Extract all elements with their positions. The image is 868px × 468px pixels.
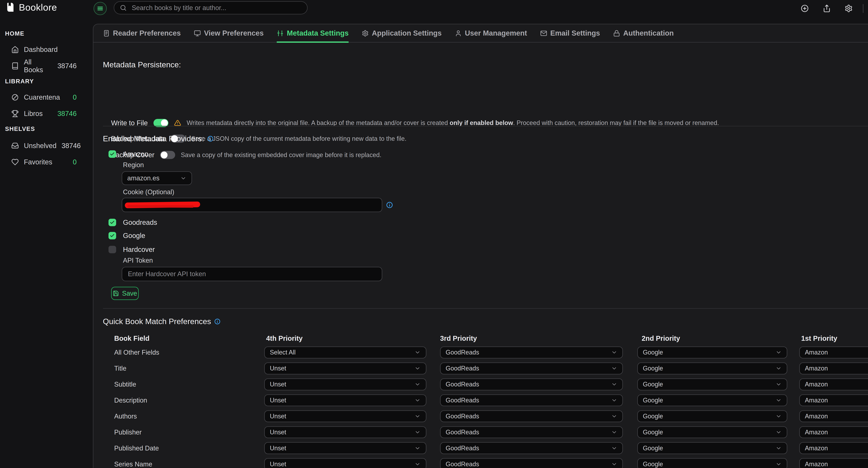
sidebar-item-cuarentena[interactable]: Cuarentena 0 xyxy=(0,93,93,102)
upload-button[interactable] xyxy=(823,4,831,12)
table-row: Published Date Unset GoodReads Google Am… xyxy=(93,442,868,454)
priority3-select[interactable]: GoodReads xyxy=(440,395,623,406)
priority1-select[interactable]: Amazon xyxy=(799,410,868,423)
cookie-field-wrap xyxy=(122,198,382,212)
goodreads-checkbox[interactable] xyxy=(108,219,116,226)
search-input[interactable] xyxy=(130,3,302,12)
priority3-select[interactable]: GoodReads xyxy=(440,426,623,438)
priority2-select[interactable]: Google xyxy=(637,426,787,438)
priority3-select[interactable]: GoodReads xyxy=(440,442,623,454)
table-row: All Other Fields Select All GoodReads Go… xyxy=(93,346,868,358)
info-icon[interactable] xyxy=(207,135,214,142)
hardcover-checkbox[interactable] xyxy=(108,246,116,253)
priority2-select[interactable]: Google xyxy=(637,410,787,423)
info-icon[interactable] xyxy=(386,201,393,209)
column-header-book-field: Book Field xyxy=(114,335,150,342)
sidebar-item-dashboard[interactable]: Dashboard xyxy=(0,45,93,54)
priority1-select[interactable]: Amazon xyxy=(799,363,868,374)
tab-view-preferences[interactable]: View Preferences xyxy=(194,24,264,42)
sidebar-item-all-books[interactable]: All Books 38746 xyxy=(0,61,93,70)
chevron-down-icon xyxy=(611,349,617,355)
priority3-select[interactable]: GoodReads xyxy=(440,346,623,358)
book-icon xyxy=(11,62,19,70)
priority3-select[interactable]: GoodReads xyxy=(440,363,623,374)
search-bar xyxy=(114,1,308,14)
region-label: Region xyxy=(123,161,144,169)
sidebar: HOME Dashboard All Books 38746 LIBRARY C… xyxy=(0,17,93,468)
ban-icon xyxy=(11,94,19,101)
priority1-select[interactable]: Amazon xyxy=(799,395,868,406)
column-header-3rd-priority: 3rd Priority xyxy=(440,335,477,342)
priority4-select[interactable]: Unset xyxy=(264,395,426,406)
api-token-input[interactable] xyxy=(122,267,382,281)
top-bar: Booklore xyxy=(0,0,868,17)
count-badge: 38746 xyxy=(61,142,81,150)
region-select[interactable]: amazon.es xyxy=(122,171,192,185)
chevron-down-icon xyxy=(414,461,421,467)
priority2-select[interactable]: Google xyxy=(637,442,787,454)
column-header-2nd-priority: 2nd Priority xyxy=(642,335,680,342)
priority4-select[interactable]: Unset xyxy=(264,410,426,423)
write-to-file-description: Writes metadata directly into the origin… xyxy=(187,119,719,127)
tab-user-management[interactable]: User Management xyxy=(455,24,527,42)
add-book-button[interactable] xyxy=(801,4,809,12)
priority1-select[interactable]: Amazon xyxy=(799,426,868,438)
amazon-checkbox[interactable] xyxy=(108,150,116,158)
priority1-select[interactable]: Amazon xyxy=(799,346,868,358)
write-to-file-row: Write to File Writes metadata directly i… xyxy=(111,118,719,128)
priority2-select[interactable]: Google xyxy=(637,458,787,468)
sidebar-item-libros[interactable]: Libros 38746 xyxy=(0,109,93,118)
settings-scroll-area: Metadata Persistence: Write to File Writ… xyxy=(93,43,868,468)
backup-cover-toggle[interactable] xyxy=(160,151,175,159)
google-label: Google xyxy=(123,232,145,240)
chevron-down-icon xyxy=(611,461,617,467)
tab-reader-preferences[interactable]: Reader Preferences xyxy=(103,24,181,42)
priority1-select[interactable]: Amazon xyxy=(799,378,868,391)
tab-authentication[interactable]: Authentication xyxy=(613,24,674,42)
reader-icon xyxy=(103,30,110,37)
info-icon[interactable] xyxy=(214,318,220,324)
amazon-label: Amazon xyxy=(123,150,148,158)
priority4-select[interactable]: Unset xyxy=(264,426,426,438)
chevron-down-icon xyxy=(775,349,782,355)
goodreads-label: Goodreads xyxy=(123,219,157,226)
priority2-select[interactable]: Google xyxy=(637,363,787,374)
table-row: Series Name Unset GoodReads Google Amazo… xyxy=(93,458,868,468)
table-row: Publisher Unset GoodReads Google Amazon xyxy=(93,426,868,438)
user-icon xyxy=(455,30,462,37)
section-divider xyxy=(103,126,868,127)
priority4-select[interactable]: Unset xyxy=(264,458,426,468)
tab-application-settings[interactable]: Application Settings xyxy=(362,24,442,42)
divider xyxy=(863,4,864,13)
hardcover-label: Hardcover xyxy=(123,246,155,253)
priority2-select[interactable]: Google xyxy=(637,395,787,406)
priority4-select[interactable]: Unset xyxy=(264,378,426,391)
priority4-select[interactable]: Unset xyxy=(264,442,426,454)
count-badge: 38746 xyxy=(58,110,77,118)
priority1-select[interactable]: Amazon xyxy=(799,458,868,468)
sidebar-item-unshelved[interactable]: Unshelved 38746 xyxy=(0,141,93,150)
google-checkbox[interactable] xyxy=(108,232,116,239)
sidebar-item-favorites[interactable]: Favorites 0 xyxy=(0,158,93,166)
priority2-select[interactable]: Google xyxy=(637,378,787,391)
priority4-select[interactable]: Select All xyxy=(264,346,426,358)
sidebar-section-home: HOME xyxy=(5,30,93,36)
tab-metadata-settings[interactable]: Metadata Settings xyxy=(277,24,349,42)
priority3-select[interactable]: GoodReads xyxy=(440,458,623,468)
save-button[interactable]: Save xyxy=(111,287,139,300)
lock-icon xyxy=(613,30,620,37)
metadata-persistence-heading: Metadata Persistence: xyxy=(103,60,181,69)
gear-icon xyxy=(844,4,853,12)
chevron-down-icon xyxy=(775,381,782,387)
priority1-select[interactable]: Amazon xyxy=(799,442,868,454)
chevron-down-icon xyxy=(180,175,186,181)
tab-email-settings[interactable]: Email Settings xyxy=(540,24,600,42)
book-logo-icon xyxy=(5,2,16,12)
sidebar-toggle-button[interactable] xyxy=(94,2,107,15)
priority2-select[interactable]: Google xyxy=(637,346,787,358)
settings-button[interactable] xyxy=(844,4,853,12)
chevron-down-icon xyxy=(414,381,421,387)
priority3-select[interactable]: GoodReads xyxy=(440,410,623,423)
priority3-select[interactable]: GoodReads xyxy=(440,378,623,391)
priority4-select[interactable]: Unset xyxy=(264,363,426,374)
